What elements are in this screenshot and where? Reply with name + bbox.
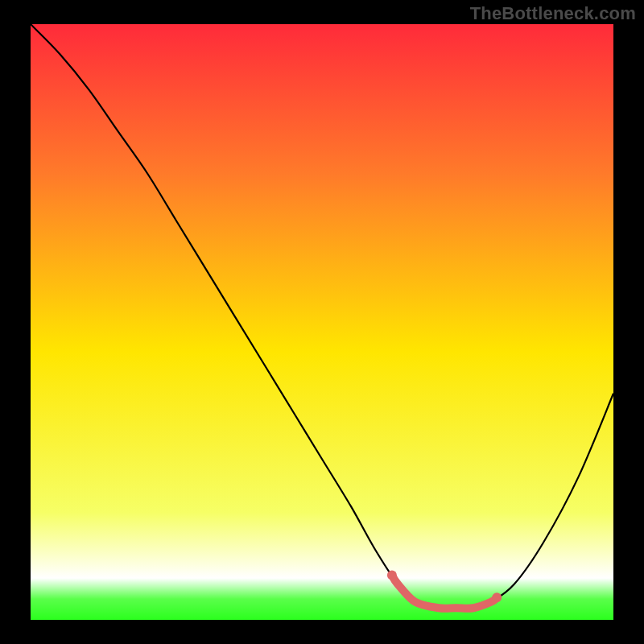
optimal-range-start-marker (387, 571, 397, 580)
optimal-range-end-marker (492, 592, 502, 602)
bottleneck-chart (0, 0, 644, 644)
chart-frame: { "watermark": "TheBottleneck.com", "col… (0, 0, 644, 644)
plot-background (31, 24, 613, 620)
